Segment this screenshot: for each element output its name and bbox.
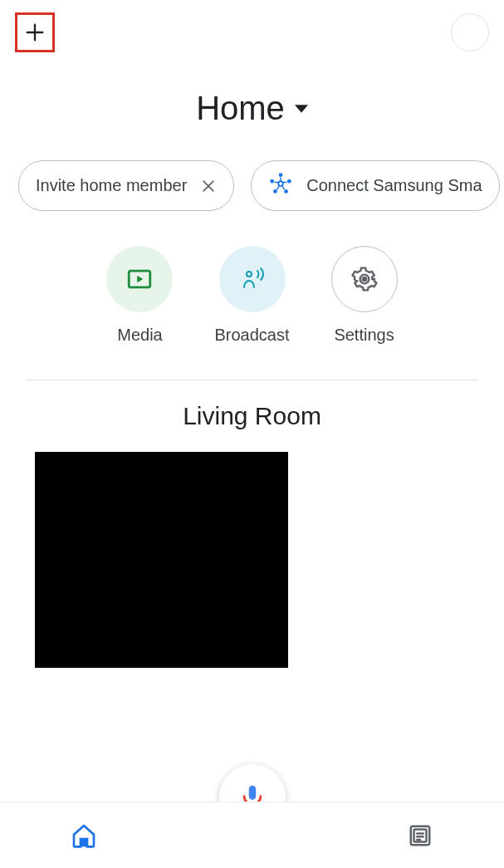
feed-icon <box>408 823 433 848</box>
chevron-down-icon <box>295 102 308 115</box>
smartthings-icon <box>268 171 293 200</box>
nav-feed[interactable] <box>404 819 437 852</box>
quick-action-label: Settings <box>334 326 394 345</box>
add-button[interactable] <box>15 12 55 52</box>
close-icon <box>200 178 217 194</box>
chip-label: Invite home member <box>36 176 187 195</box>
gear-icon <box>351 266 378 292</box>
svg-point-3 <box>287 179 291 184</box>
suggestion-chips: Invite home member Connect Samsung Sma <box>0 127 504 211</box>
top-bar <box>0 0 504 65</box>
svg-point-0 <box>278 181 283 186</box>
svg-point-5 <box>285 189 289 194</box>
section-divider <box>27 380 477 380</box>
chip-connect-samsung[interactable]: Connect Samsung Sma <box>251 160 499 211</box>
quick-actions-row: Media Broadcast Settings <box>0 246 504 345</box>
svg-point-7 <box>247 272 252 277</box>
bottom-nav <box>0 802 504 868</box>
media-icon-circle <box>106 246 173 312</box>
home-icon <box>71 822 97 849</box>
broadcast-icon <box>236 262 269 296</box>
room-title: Living Room <box>0 402 504 430</box>
play-icon <box>125 265 154 293</box>
quick-action-label: Broadcast <box>214 326 289 345</box>
home-selector[interactable]: Home <box>0 90 504 127</box>
svg-point-4 <box>273 189 277 194</box>
chip-label: Connect Samsung Sma <box>306 176 482 195</box>
page-title: Home <box>196 90 285 127</box>
svg-point-2 <box>271 179 275 184</box>
nav-home[interactable] <box>67 819 100 852</box>
quick-action-label: Media <box>117 326 162 345</box>
svg-point-1 <box>279 173 283 177</box>
quick-action-media[interactable]: Media <box>106 246 173 345</box>
broadcast-icon-circle <box>219 246 286 312</box>
device-card[interactable] <box>35 452 288 668</box>
settings-icon-circle <box>331 246 398 312</box>
chip-invite-member[interactable]: Invite home member <box>18 160 234 211</box>
plus-icon <box>23 21 46 44</box>
svg-point-8 <box>361 277 367 282</box>
profile-avatar[interactable] <box>451 13 489 51</box>
chip-close-button[interactable] <box>200 178 217 194</box>
quick-action-broadcast[interactable]: Broadcast <box>214 246 289 345</box>
quick-action-settings[interactable]: Settings <box>331 246 398 345</box>
